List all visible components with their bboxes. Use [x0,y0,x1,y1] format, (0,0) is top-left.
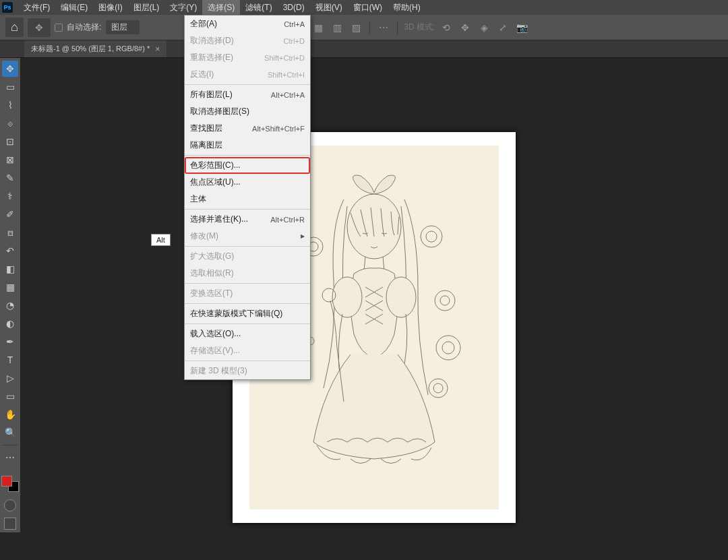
pen-tool[interactable]: ✒ [2,334,18,350]
foreground-color[interactable] [1,476,12,487]
move-tool[interactable]: ✥ [2,61,18,77]
options-bar: ⌂ ✥ 自动选择: 图层 ▤ ▦ ▥ ▨ ⋯ 3D 模式: ⟲ ✥ ◈ ⤢ 📷 [0,15,728,40]
menu-filter[interactable]: 滤镜(T) [240,0,277,15]
menu-item-label: 全部(A) [190,18,217,30]
menu-type[interactable]: 文字(Y) [164,0,202,15]
eraser-tool[interactable]: ◧ [2,261,18,277]
document-tab-bar: 未标题-1 @ 50% (图层 1, RGB/8#) * × [0,40,728,58]
healing-tool[interactable]: ⚕ [2,188,18,204]
mode-3d-label: 3D 模式: [404,22,435,33]
menu-item-label: 焦点区域(U)... [190,177,241,188]
menu-item[interactable]: 在快速蒙版模式下编辑(Q) [185,305,310,322]
brush-tool[interactable]: ✐ [2,206,18,222]
document-title: 未标题-1 @ 50% (图层 1, RGB/8#) * [31,44,150,54]
menu-item-label: 所有图层(L) [190,89,233,100]
separator [3,445,18,445]
menu-item-label: 取消选择图层(S) [190,106,249,117]
menu-item-label: 色彩范围(C)... [190,160,241,171]
menu-item[interactable]: 选择并遮住(K)...Alt+Ctrl+R [185,211,310,228]
more-icon[interactable]: ⋯ [376,20,391,35]
eyedropper-tool[interactable]: ✎ [2,170,18,186]
marquee-tool[interactable]: ▭ [2,79,18,95]
menu-help[interactable]: 帮助(H) [388,0,426,15]
color-swatches[interactable] [1,470,19,488]
3d-camera-icon[interactable]: 📷 [514,20,529,35]
menu-item-label: 选取相似(R) [190,268,234,279]
menu-item[interactable]: 载入选区(O)... [185,325,310,342]
3d-zoom-icon[interactable]: ◈ [477,20,491,35]
select-menu-dropdown: 全部(A)Ctrl+A取消选择(D)Ctrl+D重新选择(E)Shift+Ctr… [184,15,311,380]
3d-rotate-icon[interactable]: ⤢ [495,20,510,35]
menu-item-label: 新建 3D 模型(3) [190,365,247,377]
menu-image[interactable]: 图像(I) [93,0,127,15]
toolbox: ✥ ▭ ⌇ ⟐ ⊡ ⊠ ✎ ⚕ ✐ ⧈ ↶ ◧ ▦ ◔ ◐ ✒ T ▷ ▭ ✋ … [0,58,20,532]
menu-item: 重新选择(E)Shift+Ctrl+D [185,49,310,66]
3d-pan-icon[interactable]: ✥ [458,20,473,35]
3d-orbit-icon[interactable]: ⟲ [439,20,454,35]
auto-select-checkbox[interactable] [55,24,63,32]
menu-layer[interactable]: 图层(L) [128,0,165,15]
menu-item-shortcut: Shift+Ctrl+I [268,71,305,79]
dodge-tool[interactable]: ◐ [2,315,18,332]
menu-item-shortcut: Alt+Shift+Ctrl+F [252,125,305,133]
menu-item[interactable]: 隔离图层 [185,137,310,154]
edit-toolbar[interactable]: ⋯ [2,449,18,466]
menu-item[interactable]: 主体 [185,191,310,208]
quick-select-tool[interactable]: ⟐ [2,115,18,131]
menu-item: 反选(I)Shift+Ctrl+I [185,66,310,83]
menu-item[interactable]: 全部(A)Ctrl+A [185,15,310,32]
zoom-tool[interactable]: 🔍 [2,425,18,441]
align-center-icon[interactable]: ▦ [311,20,326,35]
gradient-tool[interactable]: ▦ [2,279,18,295]
distribute-icon[interactable]: ▨ [348,20,363,35]
tab-close-icon[interactable]: × [155,44,160,54]
menu-item-label: 存储选区(V)... [190,345,240,356]
screen-mode-toggle[interactable] [4,518,16,530]
separator [185,84,310,85]
menu-item-shortcut: Alt+Ctrl+R [270,216,305,224]
path-select-tool[interactable]: ▷ [2,370,18,386]
quick-mask-toggle[interactable] [4,499,16,511]
menu-item[interactable]: 所有图层(L)Alt+Ctrl+A [185,86,310,103]
menu-item: 存储选区(V)... [185,342,310,359]
align-right-icon[interactable]: ▥ [330,20,344,35]
home-icon[interactable]: ⌂ [5,18,24,37]
auto-select-label: 自动选择: [67,22,101,33]
history-brush-tool[interactable]: ↶ [2,243,18,259]
separator [185,209,310,210]
svg-point-2 [332,277,362,317]
frame-tool[interactable]: ⊠ [2,152,18,168]
menu-item[interactable]: 查找图层Alt+Shift+Ctrl+F [185,120,310,137]
alt-tooltip: Alt [151,234,171,246]
menu-item: 扩大选取(G) [185,248,310,265]
menu-item: 选取相似(R) [185,265,310,282]
blur-tool[interactable]: ◔ [2,297,18,313]
menu-select[interactable]: 选择(S) [202,0,240,15]
menu-item-label: 隔离图层 [190,139,222,151]
menu-item[interactable]: 取消选择图层(S) [185,103,310,120]
hand-tool[interactable]: ✋ [2,406,18,423]
move-tool-icon[interactable]: ✥ [32,20,47,35]
divider [369,21,370,34]
separator [185,246,310,247]
menu-view[interactable]: 视图(V) [310,0,348,15]
document-tab[interactable]: 未标题-1 @ 50% (图层 1, RGB/8#) * × [24,40,166,57]
menu-item-label: 主体 [190,193,206,205]
stamp-tool[interactable]: ⧈ [2,224,18,241]
menu-item[interactable]: 色彩范围(C)... [185,157,310,174]
menu-window[interactable]: 窗口(W) [348,0,388,15]
menu-item-label: 在快速蒙版模式下编辑(Q) [190,308,282,319]
menu-edit[interactable]: 编辑(E) [55,0,93,15]
lasso-tool[interactable]: ⌇ [2,97,18,113]
svg-point-3 [386,277,416,317]
type-tool[interactable]: T [2,352,18,368]
menu-file[interactable]: 文件(F) [18,0,55,15]
menu-item[interactable]: 焦点区域(U)... [185,174,310,191]
crop-tool[interactable]: ⊡ [2,133,18,150]
separator [185,323,310,324]
separator [185,283,310,284]
shape-tool[interactable]: ▭ [2,388,18,404]
layer-select-dropdown[interactable]: 图层 [105,20,140,35]
menu-3d[interactable]: 3D(D) [278,1,310,14]
menu-item-label: 反选(I) [190,69,214,80]
